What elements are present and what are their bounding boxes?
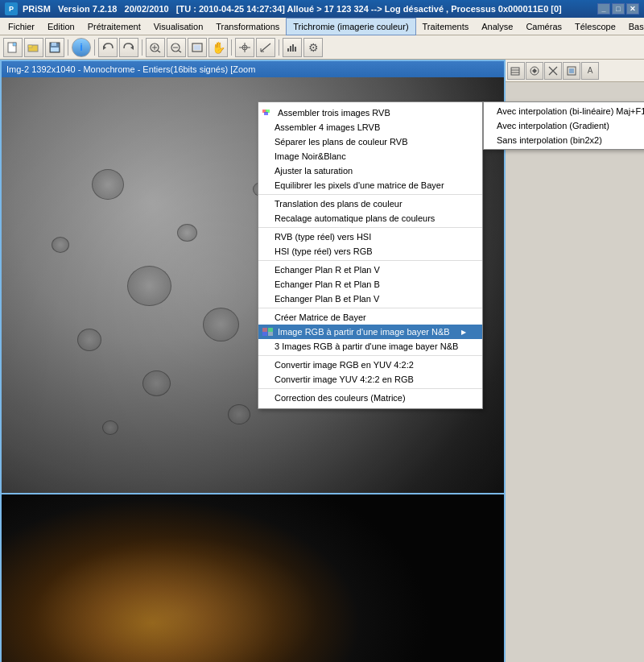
- menu-section-5: Créer Matrice de Bayer Image RGB à parti…: [258, 308, 482, 356]
- svg-rect-43: [268, 332, 273, 336]
- menu-rgb-yuv[interactable]: Convertir image RGB en YUV 4:2:2: [258, 358, 482, 372]
- svg-marker-7: [103, 46, 106, 50]
- svg-rect-42: [262, 332, 267, 336]
- right-panel: A: [506, 60, 644, 662]
- toolbar: i ✋ ⚙: [0, 35, 644, 60]
- svg-rect-41: [268, 328, 273, 332]
- menu-section-3: RVB (type réel) vers HSI HSI (type réel)…: [258, 228, 482, 261]
- toolbar-pan[interactable]: ✋: [208, 38, 228, 57]
- toolbar-open[interactable]: [24, 38, 43, 57]
- menu-translation[interactable]: Translation des plans de couleur: [258, 197, 482, 211]
- menu-saturation[interactable]: Ajuster la saturation: [258, 163, 482, 178]
- menu-cameras[interactable]: Caméras: [519, 18, 568, 35]
- image-title-top: Img-2 1392x1040 - Monochrome - Entiers(1…: [2, 61, 504, 77]
- maximize-button[interactable]: □: [612, 3, 625, 14]
- submenu-bilinear[interactable]: Avec interpolation (bi-linéaire) Maj+F12: [484, 104, 644, 118]
- submenu-bin2x2[interactable]: Sans interpolation (bin2x2): [484, 133, 644, 147]
- submenu: Avec interpolation (bi-linéaire) Maj+F12…: [483, 101, 644, 150]
- title-text: PRiSM Version 7.2.18 20/02/2010 [TU : 20…: [23, 4, 562, 14]
- toolbar-new[interactable]: [3, 38, 23, 57]
- menu-assembler3[interactable]: Assembler trois images RVB: [258, 106, 482, 120]
- menu-transformations[interactable]: Transformations: [209, 18, 286, 35]
- svg-rect-27: [295, 47, 296, 52]
- menu-rvb-hsi[interactable]: RVB (type réel) vers HSI: [258, 230, 482, 244]
- svg-rect-36: [569, 68, 574, 73]
- menu-fichier[interactable]: Fichier: [2, 18, 41, 35]
- svg-rect-24: [287, 48, 289, 52]
- svg-line-21: [261, 43, 270, 52]
- svg-rect-17: [194, 45, 200, 50]
- menu-base-donnees[interactable]: Base de Données: [622, 18, 644, 35]
- svg-rect-6: [51, 48, 59, 52]
- svg-rect-5: [52, 43, 56, 46]
- menu-yuv-rgb[interactable]: Convertir image YUV 4:2:2 en RGB: [258, 372, 482, 387]
- menu-pretraitement[interactable]: Prétraitement: [81, 18, 147, 35]
- assembler3-icon: [262, 107, 275, 118]
- minimize-button[interactable]: _: [597, 3, 610, 14]
- app-icon: P: [5, 2, 18, 15]
- mini-btn-2[interactable]: [526, 62, 543, 80]
- mini-btn-3[interactable]: [544, 62, 562, 80]
- menu-recalage[interactable]: Recalage automatique plans de couleurs: [258, 211, 482, 225]
- svg-rect-26: [292, 44, 294, 52]
- svg-marker-32: [532, 68, 537, 73]
- svg-rect-40: [262, 328, 267, 332]
- menu-section-1: Assembler trois images RVB Assembler 4 i…: [258, 104, 482, 195]
- submenu-gradient[interactable]: Avec interpolation (Gradient): [484, 118, 644, 133]
- menu-separer[interactable]: Séparer les plans de couleur RVB: [258, 134, 482, 149]
- trichromie-menu: Assembler trois images RVB Assembler 4 i…: [258, 101, 483, 409]
- menu-section-7: Correction des couleurs (Matrice): [258, 389, 482, 407]
- title-bar: P PRiSM Version 7.2.18 20/02/2010 [TU : …: [0, 0, 644, 18]
- menu-noirblc[interactable]: Image Noir&Blanc: [258, 149, 482, 163]
- mini-toolbar: A: [506, 60, 644, 82]
- toolbar-sep-2: [94, 39, 95, 56]
- toolbar-settings[interactable]: ⚙: [303, 38, 323, 57]
- submenu-arrow: ▶: [461, 329, 466, 336]
- menu-trichromie[interactable]: Trichromie (imagerie couleur): [286, 18, 415, 35]
- menu-3rgb-bayer[interactable]: 3 Images RGB à partir d'une image bayer …: [258, 339, 482, 354]
- toolbar-crosshair[interactable]: [235, 38, 254, 57]
- toolbar-undo[interactable]: [98, 38, 118, 57]
- svg-marker-1: [13, 43, 16, 46]
- mini-btn-1[interactable]: [507, 62, 525, 80]
- menu-telescope[interactable]: Télescope: [568, 18, 622, 35]
- menu-assembler4[interactable]: Assembler 4 images LRVB: [258, 120, 482, 134]
- toolbar-sep-5: [279, 39, 279, 56]
- toolbar-measure[interactable]: [256, 38, 275, 57]
- menu-section-4: Echanger Plan R et Plan V Echanger Plan …: [258, 261, 482, 308]
- menu-hsi-rgb[interactable]: HSI (type réel) vers RGB: [258, 244, 482, 259]
- toolbar-save[interactable]: [45, 38, 64, 57]
- menu-section-6: Convertir image RGB en YUV 4:2:2 Convert…: [258, 356, 482, 389]
- svg-marker-8: [130, 46, 134, 50]
- image-window-bottom: [0, 493, 506, 662]
- toolbar-histogram[interactable]: [283, 38, 302, 57]
- window-controls: _ □ ✕: [597, 3, 639, 14]
- svg-rect-3: [28, 45, 32, 48]
- menu-rgb-bayer[interactable]: Image RGB à partir d'une image bayer N&B…: [258, 325, 482, 339]
- mini-btn-5[interactable]: A: [581, 62, 599, 80]
- svg-line-15: [179, 51, 181, 52]
- image-container: A Img-2 1392x1040 - Monochrome - Entiers…: [0, 60, 644, 662]
- toolbar-redo[interactable]: [119, 38, 138, 57]
- toolbar-info[interactable]: i: [72, 38, 91, 57]
- svg-line-12: [158, 51, 160, 52]
- menu-edition[interactable]: Edition: [41, 18, 81, 35]
- menu-echange-rv[interactable]: Echanger Plan R et Plan V: [258, 263, 482, 277]
- menu-creer-matrice[interactable]: Créer Matrice de Bayer: [258, 310, 482, 325]
- toolbar-zoom-fit[interactable]: [188, 38, 207, 57]
- menu-equilibrer[interactable]: Equilibrer les pixels d'une matrice de B…: [258, 178, 482, 192]
- menu-traitements[interactable]: Traitements: [416, 18, 476, 35]
- mini-btn-4[interactable]: [563, 62, 580, 80]
- menu-echange-bv[interactable]: Echanger Plan B et Plan V: [258, 292, 482, 306]
- toolbar-sep-3: [142, 39, 142, 56]
- moon-image-bottom[interactable]: [2, 494, 504, 662]
- close-button[interactable]: ✕: [626, 3, 639, 14]
- menu-echange-rb[interactable]: Echanger Plan R et Plan B: [258, 277, 482, 292]
- toolbar-zoom-in[interactable]: [146, 38, 165, 57]
- svg-rect-39: [264, 112, 268, 115]
- svg-rect-28: [511, 68, 519, 75]
- menu-correction[interactable]: Correction des couleurs (Matrice): [258, 391, 482, 405]
- menu-analyse[interactable]: Analyse: [475, 18, 519, 35]
- toolbar-zoom-out[interactable]: [167, 38, 186, 57]
- menu-visualisation[interactable]: Visualisation: [147, 18, 210, 35]
